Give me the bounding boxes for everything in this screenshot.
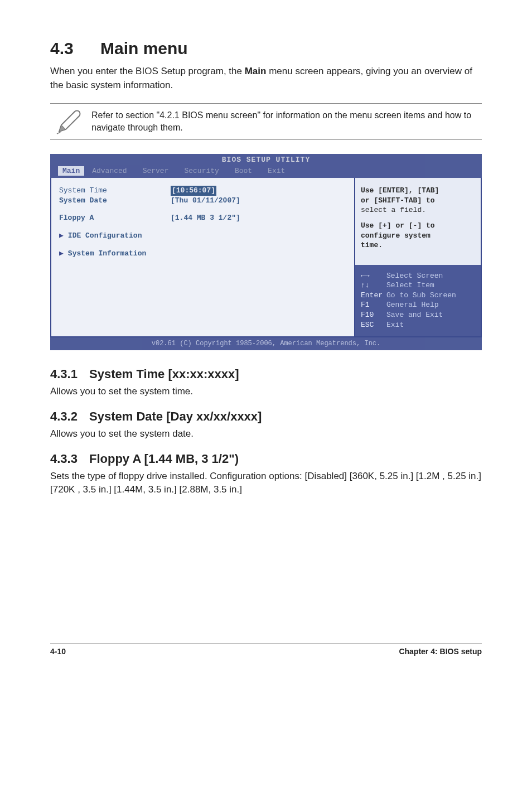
sub-title: System Date [Day xx/xx/xxxx] [89, 409, 262, 423]
value-system-time[interactable]: [10:56:07] [171, 186, 216, 196]
help-line: Use [+] or [-] to [361, 221, 475, 231]
section-number: 4.3 [50, 39, 100, 58]
hotkey-key: F1 [361, 300, 386, 310]
section-title-text: Main menu [100, 39, 188, 57]
help-top: Use [ENTER], [TAB] or [SHIFT-TAB] to sel… [355, 178, 481, 254]
sub-heading-3: 4.3.3Floppy A [1.44 MB, 3 1/2") [50, 452, 482, 466]
row-ide-config[interactable]: ▶ IDE Configuration [59, 231, 347, 241]
page-content: 4.3Main menu When you enter the BIOS Set… [0, 0, 532, 520]
hotkey-row: EnterGo to Sub Screen [361, 291, 475, 301]
arrow-icon: ▶ [59, 231, 64, 241]
row-system-date[interactable]: System Date [Thu 01/11/2007] [59, 196, 347, 206]
sub-number: 4.3.1 [50, 367, 89, 381]
help-line: or [SHIFT-TAB] to [361, 196, 475, 206]
bios-left-pane: System Time [10:56:07] System Date [Thu … [51, 178, 354, 336]
hotkey-value: Save and Exit [386, 311, 443, 319]
sub-number: 4.3.3 [50, 452, 89, 466]
hotkey-row: ←→Select Screen [361, 271, 475, 281]
value-floppy[interactable]: [1.44 MB 3 1/2"] [171, 213, 240, 223]
hotkey-value: Exit [386, 321, 404, 329]
bios-body: System Time [10:56:07] System Date [Thu … [50, 178, 482, 337]
bios-screenshot: BIOS SETUP UTILITY Main Advanced Server … [50, 154, 482, 350]
tab-server[interactable]: Server [135, 166, 177, 176]
label-system-time: System Time [59, 186, 171, 196]
value-system-date[interactable]: [Thu 01/11/2007] [171, 196, 240, 206]
intro-text-a: When you enter the BIOS Setup program, t… [50, 66, 245, 76]
tab-security[interactable]: Security [176, 166, 226, 176]
hotkey-row: F1General Help [361, 300, 475, 310]
row-sys-info[interactable]: ▶ System Information [59, 249, 347, 259]
bios-footer: v02.61 (C) Copyright 1985-2006, American… [50, 337, 482, 350]
label-ide-config: IDE Configuration [68, 231, 142, 241]
help-line: select a field. [361, 205, 475, 215]
tab-exit[interactable]: Exit [260, 166, 293, 176]
hotkey-value: Select Item [386, 281, 434, 289]
tab-main[interactable]: Main [58, 166, 84, 176]
row-floppy[interactable]: Floppy A [1.44 MB 3 1/2"] [59, 213, 347, 223]
label-system-date: System Date [59, 196, 171, 206]
page-footer: 4-10 Chapter 4: BIOS setup [50, 643, 482, 656]
sub-number: 4.3.2 [50, 409, 89, 424]
help-bottom: ←→Select Screen ↑↓Select Item EnterGo to… [355, 265, 481, 336]
bios-title: BIOS SETUP UTILITY [50, 154, 482, 165]
hotkey-value: Go to Sub Screen [386, 291, 456, 299]
intro-paragraph: When you enter the BIOS Setup program, t… [50, 65, 482, 92]
tab-boot[interactable]: Boot [227, 166, 260, 176]
section-heading: 4.3Main menu [50, 39, 482, 58]
hotkey-key: ←→ [361, 271, 386, 281]
sub-heading-2: 4.3.2System Date [Day xx/xx/xxxx] [50, 409, 482, 424]
sub-title: System Time [xx:xx:xxxx] [89, 367, 239, 381]
footer-left: 4-10 [50, 647, 66, 656]
hotkey-row: F10Save and Exit [361, 310, 475, 320]
sub-title: Floppy A [1.44 MB, 3 1/2") [89, 452, 239, 466]
row-system-time[interactable]: System Time [10:56:07] [59, 186, 347, 196]
label-sys-info: System Information [68, 249, 146, 259]
intro-text-b: Main [245, 66, 267, 76]
help-line: time. [361, 240, 475, 250]
help-line: configure system [361, 231, 475, 241]
sub-heading-1: 4.3.1System Time [xx:xx:xxxx] [50, 367, 482, 381]
hotkey-key: F10 [361, 310, 386, 320]
sub-body-3: Sets the type of floppy drive installed.… [50, 470, 482, 496]
sub-body-1: Allows you to set the system time. [50, 385, 482, 398]
pencil-icon [52, 108, 86, 135]
note-text: Refer to section "4.2.1 BIOS menu screen… [86, 109, 480, 134]
hotkey-key: ↑↓ [361, 281, 386, 291]
bios-help-pane: Use [ENTER], [TAB] or [SHIFT-TAB] to sel… [354, 178, 481, 336]
arrow-icon: ▶ [59, 249, 64, 259]
hotkey-row: ↑↓Select Item [361, 281, 475, 291]
hotkey-key: Enter [361, 291, 386, 301]
note-block: Refer to section "4.2.1 BIOS menu screen… [50, 103, 482, 140]
bios-tabs: Main Advanced Server Security Boot Exit [50, 165, 482, 178]
hotkey-key: ESC [361, 320, 386, 330]
hotkey-value: General Help [386, 301, 439, 309]
sub-body-2: Allows you to set the system date. [50, 427, 482, 441]
help-line: Use [ENTER], [TAB] [361, 186, 475, 196]
hotkey-value: Select Screen [386, 272, 443, 280]
tab-advanced[interactable]: Advanced [84, 166, 134, 176]
label-floppy: Floppy A [59, 213, 171, 223]
footer-right: Chapter 4: BIOS setup [399, 647, 482, 656]
hotkey-row: ESCExit [361, 320, 475, 330]
